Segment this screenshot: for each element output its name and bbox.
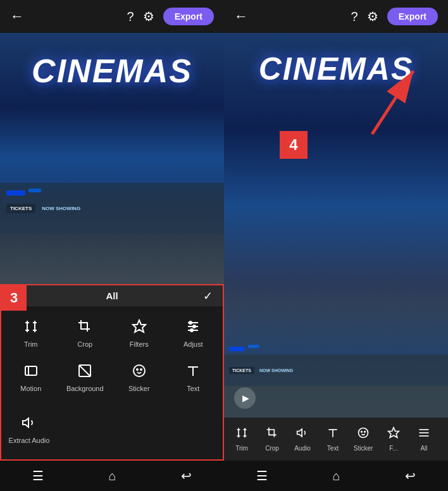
right-nav-back[interactable]: ↩ [405,468,416,483]
toolbar-trim-icon [235,426,248,442]
left-nav-menu[interactable]: ☰ [32,468,44,483]
adjust-label: Adjust [184,340,203,348]
toolbar-audio[interactable]: Audio [287,423,318,456]
toolbar-all-icon [418,426,430,442]
right-help-button[interactable]: ? [351,9,358,24]
tools-grid: Trim Crop Filters [1,306,223,405]
play-button[interactable]: ▶ [234,387,256,409]
toolbar-text-label: Text [327,445,339,452]
play-icon: ▶ [242,393,249,403]
right-export-button[interactable]: Export [387,8,438,25]
step4-badge: 4 [280,131,308,159]
step3-container: 3 All ✓ Trim [0,284,224,461]
tool-trim[interactable]: Trim [4,311,58,356]
left-back-button[interactable]: ← [10,8,24,25]
trim-label: Trim [24,340,38,348]
tool-crop[interactable]: Crop [58,311,113,356]
red-arrow-indicator [353,58,429,140]
svg-point-20 [359,428,368,438]
right-nav-home[interactable]: ⌂ [332,469,340,483]
tools-check-icon[interactable]: ✓ [203,289,213,303]
left-top-bar: ← ? ⚙ Export [0,0,224,33]
right-video-preview: CINEMAS 4 TICKETS NOW SHOWING ▶ [224,33,448,418]
left-video-preview: CINEMAS TICKETS NOW SHOWING [0,33,224,284]
toolbar-crop-label: Crop [265,445,279,452]
toolbar-all[interactable]: All [409,423,439,456]
toolbar-filter[interactable]: F... [378,423,409,456]
step3-badge: 3 [1,285,27,311]
left-panel: ← ? ⚙ Export CINEMAS TICKETS NOW SHOWING… [0,0,224,491]
left-export-button[interactable]: Export [163,8,214,25]
tool-background[interactable]: Background [58,356,113,400]
tool-extract-audio[interactable]: Extract Audio [4,407,54,452]
left-help-button[interactable]: ? [127,9,134,24]
svg-point-4 [189,321,192,324]
right-settings-button[interactable]: ⚙ [367,9,378,24]
tool-sticker[interactable]: Sticker [112,356,166,400]
background-icon [77,363,92,381]
tools-header: All ✓ [1,285,223,306]
toolbar-audio-icon [296,426,309,442]
right-tickets-sign: TICKETS [229,367,254,374]
toolbar-crop[interactable]: Crop [257,423,287,456]
background-label: Background [66,385,104,392]
svg-point-12 [137,369,138,370]
svg-point-22 [364,432,366,433]
tool-motion[interactable]: Motion [4,356,58,400]
svg-point-13 [140,369,142,370]
right-top-right-icons: ? ⚙ Export [351,8,438,25]
filters-label: Filters [130,340,149,348]
svg-point-11 [134,365,145,376]
left-bottom-nav: ☰ ⌂ ↩ [0,461,224,491]
left-nav-home[interactable]: ⌂ [108,469,116,483]
extract-audio-icon [22,415,37,433]
toolbar-trim[interactable]: Trim [227,423,257,456]
toolbar-all-label: All [420,445,427,452]
right-now-showing: NOW SHOWING [259,368,293,373]
tickets-sign: TICKETS [6,204,35,213]
left-top-right-icons: ? ⚙ Export [127,8,214,25]
right-nav-menu[interactable]: ☰ [256,468,268,483]
right-top-bar: ← ? ⚙ Export [224,0,448,33]
adjust-icon [185,319,201,337]
motion-icon [23,363,39,381]
toolbar-sticker-icon [357,426,370,442]
sticker-icon [132,363,147,381]
toolbar-text[interactable]: Text [318,423,348,456]
tool-adjust[interactable]: Adjust [166,311,221,356]
toolbar-trim-label: Trim [235,445,248,452]
left-settings-button[interactable]: ⚙ [143,9,154,24]
right-toolbar: Trim Crop Audio [224,418,448,461]
now-showing-sign: NOW SHOWING [42,206,80,211]
crop-icon [77,319,92,337]
toolbar-audio-label: Audio [294,445,311,452]
toolbar-text-icon [327,426,339,442]
sticker-label: Sticker [128,385,150,392]
svg-point-6 [190,329,193,332]
toolbar-sticker-label: Sticker [354,445,373,452]
tool-filters[interactable]: Filters [112,311,166,356]
left-cinemas-text: CINEMAS [0,52,224,90]
svg-line-17 [372,71,413,134]
tool-text[interactable]: Text [166,356,221,400]
right-panel: ← ? ⚙ Export CINEMAS 4 TICKETS NOW SHOWI… [224,0,448,491]
text-label: Text [187,385,199,392]
svg-marker-23 [389,428,399,438]
right-bottom-nav: ☰ ⌂ ↩ [224,461,448,491]
svg-point-21 [361,432,363,433]
left-nav-back[interactable]: ↩ [181,468,192,483]
filters-icon [132,319,147,337]
tools-all-label: All [106,290,118,301]
toolbar-sticker[interactable]: Sticker [348,423,378,456]
toolbar-filter-label: F... [389,445,397,452]
trim-icon [23,319,39,337]
extract-audio-row: Extract Audio [1,405,223,459]
svg-rect-7 [25,366,37,375]
crop-label: Crop [77,340,92,348]
toolbar-crop-icon [266,426,278,442]
motion-label: Motion [20,385,41,392]
text-tool-icon [185,363,201,381]
svg-marker-0 [133,320,146,332]
toolbar-filter-icon [387,426,400,442]
right-back-button[interactable]: ← [234,8,248,25]
